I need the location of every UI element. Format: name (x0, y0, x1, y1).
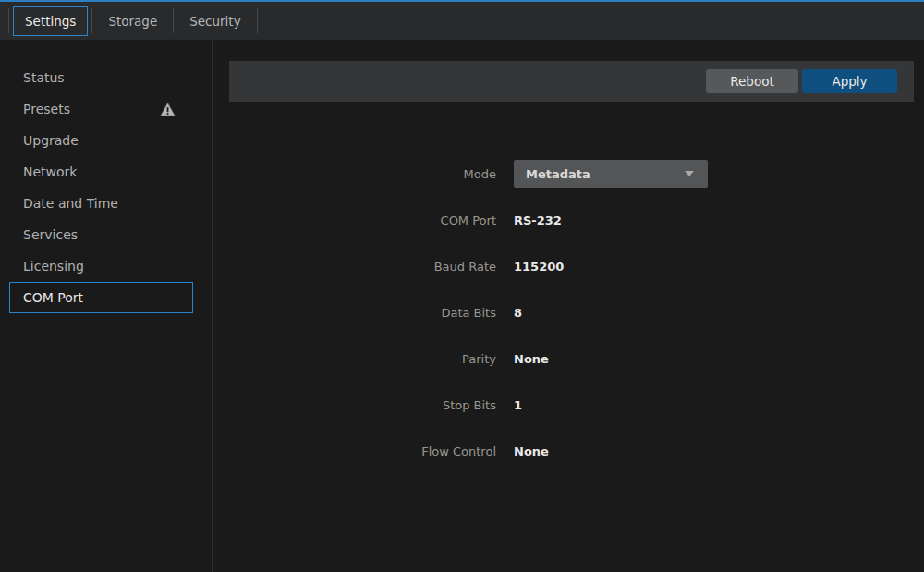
tab-security[interactable]: Security (174, 6, 256, 36)
sidebar-item-network[interactable]: Network (9, 156, 193, 188)
stop-bits-label: Stop Bits (213, 398, 496, 412)
action-toolbar: Reboot Apply (229, 61, 914, 102)
top-tab-bar: Settings Storage Security (0, 0, 924, 40)
com-port-label: COM Port (213, 213, 496, 227)
com-port-settings-pane: Reboot Apply Mode Metadata COM Port RS-2… (213, 40, 924, 572)
baud-rate-label: Baud Rate (213, 260, 496, 274)
mode-dropdown[interactable]: Metadata (514, 160, 708, 188)
settings-sidebar: Status Presets Upgrade Network Da (0, 40, 213, 572)
sidebar-item-label: Network (23, 164, 77, 179)
sidebar-item-label: Services (23, 227, 78, 242)
sidebar-item-label: Date and Time (23, 196, 118, 211)
tab-storage[interactable]: Storage (92, 6, 173, 36)
data-bits-value: 8 (514, 306, 522, 320)
sidebar-item-services[interactable]: Services (9, 219, 193, 250)
tab-separator (257, 8, 258, 33)
parity-value: None (514, 352, 549, 366)
flow-control-label: Flow Control (213, 444, 496, 458)
sidebar-item-upgrade[interactable]: Upgrade (9, 125, 193, 156)
reboot-button[interactable]: Reboot (706, 69, 798, 93)
sidebar-item-com-port[interactable]: COM Port (9, 282, 193, 313)
form-row-parity: Parity None (213, 335, 924, 382)
tab-separator (8, 8, 9, 33)
sidebar-item-date-and-time[interactable]: Date and Time (9, 188, 193, 219)
form-row-com-port: COM Port RS-232 (213, 197, 924, 243)
form-row-mode: Mode Metadata (213, 151, 924, 197)
baud-rate-value: 115200 (514, 260, 564, 274)
chevron-down-icon (685, 171, 694, 176)
sidebar-item-label: Status (23, 70, 65, 85)
tab-settings[interactable]: Settings (13, 6, 88, 36)
mode-label: Mode (213, 167, 496, 181)
sidebar-item-status[interactable]: Status (9, 62, 193, 93)
sidebar-item-label: Licensing (23, 259, 84, 274)
mode-dropdown-value: Metadata (526, 167, 590, 181)
com-port-form: Mode Metadata COM Port RS-232 Baud Rate … (213, 151, 924, 474)
content-row: Status Presets Upgrade Network Da (0, 40, 924, 572)
app-window: Settings Storage Security Status Presets (0, 0, 924, 572)
parity-label: Parity (213, 352, 496, 366)
sidebar-item-presets[interactable]: Presets (9, 93, 193, 125)
form-row-stop-bits: Stop Bits 1 (213, 382, 924, 428)
sidebar-item-licensing[interactable]: Licensing (9, 250, 193, 282)
apply-button[interactable]: Apply (802, 69, 897, 93)
flow-control-value: None (514, 444, 549, 458)
warning-icon (160, 102, 176, 117)
sidebar-item-label: Upgrade (23, 133, 79, 148)
form-row-flow-control: Flow Control None (213, 428, 924, 474)
sidebar-item-label: COM Port (23, 290, 83, 305)
form-row-baud-rate: Baud Rate 115200 (213, 243, 924, 289)
data-bits-label: Data Bits (213, 306, 496, 320)
form-row-data-bits: Data Bits 8 (213, 289, 924, 335)
stop-bits-value: 1 (514, 398, 522, 412)
com-port-value: RS-232 (514, 213, 562, 227)
sidebar-item-label: Presets (23, 102, 70, 116)
